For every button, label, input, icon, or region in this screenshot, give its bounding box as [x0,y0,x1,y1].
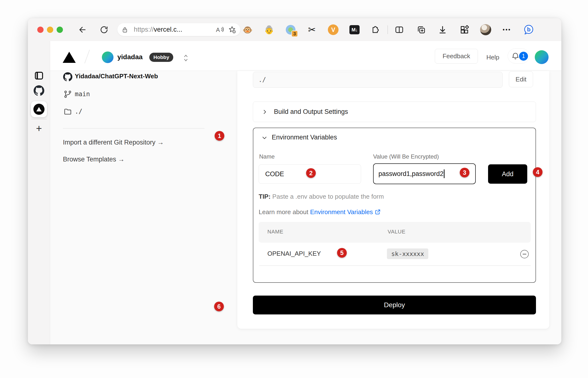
browse-templates-link[interactable]: Browse Templates → [63,156,125,163]
download-icon [438,25,447,35]
ellipsis-icon: ••• [502,27,511,32]
puzzle-icon [371,25,381,35]
feedback-button[interactable]: Feedback [435,49,478,64]
tip-text: TIP: Paste a .env above to populate the … [259,193,384,200]
import-different-repo-link[interactable]: Import a different Git Repository → [63,139,164,146]
environment-variables-title[interactable]: Environment Variables [272,134,337,141]
root-directory-text: ./ [258,76,266,83]
learn-prefix: Learn more about [259,208,310,216]
chevron-right-icon [262,109,268,115]
collections-add-icon [416,25,426,35]
remove-env-row-button[interactable] [520,250,529,258]
vercel-page: yidadaa Hobby Feedback Help 1 Yidadaa/Ch… [50,41,561,344]
url-host: vercel.c... [154,26,183,33]
env-row-name: OPENAI_API_KEY [267,250,321,257]
extension-tampermonkey-icon[interactable]: 🐵 [242,24,253,36]
scope-avatar[interactable] [102,52,114,63]
extensions-menu-button[interactable] [370,24,382,36]
extension-scissors-icon[interactable]: ✂ [306,24,318,36]
annotation-badge-3: 3 [460,168,469,177]
env-table-header-name: NAME [267,229,283,235]
toolbar-divider [387,25,388,34]
scope-name[interactable]: yidadaa [117,53,143,61]
profile-button[interactable] [480,24,491,36]
vercel-logo[interactable] [63,52,76,63]
edge-sidebar: + [28,41,50,344]
plus-icon: + [36,124,42,134]
left-panel-divider [63,128,204,129]
collections-button[interactable] [416,24,427,36]
add-button[interactable]: Add [488,164,527,184]
bell-icon [511,52,520,60]
annotation-badge-2: 2 [306,168,316,178]
help-link[interactable]: Help [486,54,499,61]
refresh-button[interactable] [99,24,109,35]
vercel-favicon [33,104,44,115]
extension-v-icon[interactable]: V [327,24,339,36]
add-favorite-icon[interactable] [228,25,236,34]
traffic-close-button[interactable] [37,27,43,33]
git-branch-icon [63,89,72,99]
scope-switcher-button[interactable] [183,53,189,64]
back-button[interactable] [77,24,87,35]
text-cursor [444,169,445,178]
bing-chat-button[interactable]: b [523,24,534,36]
settings-more-button[interactable]: ••• [501,24,513,36]
downloads-button[interactable] [437,24,448,36]
address-bar[interactable]: https://vercel.c... A [117,23,240,36]
split-screen-icon [394,25,404,35]
tip-bold: TIP: [259,193,271,200]
apps-launcher-button[interactable] [459,24,470,36]
profile-avatar [480,24,491,35]
screenshot-stage: https://vercel.c... A 🐵 👵 3 ✂ V [0,0,588,378]
url-text: https://vercel.c... [134,26,182,33]
concentric-circles-icon: 3 [285,24,296,35]
lock-icon [121,26,129,33]
branch-name: main [75,90,90,98]
sidebar-add-button[interactable]: + [34,123,44,134]
root-directory-input[interactable]: ./ [253,72,502,88]
monkey-icon: 🐵 [243,25,252,35]
browser-window: https://vercel.c... A 🐵 👵 3 ✂ V [28,18,561,344]
traffic-zoom-button[interactable] [57,27,63,33]
env-row-value-chip: sk-xxxxxx [387,248,428,259]
sidebar-panel-button[interactable] [34,70,44,81]
root-directory-value: ./ [75,108,82,115]
import-form-card: ./ Edit Build and Output Settings Enviro… [237,71,549,329]
environment-variables-link[interactable]: Environment Variables [310,208,373,216]
scissors-icon: ✂ [308,24,316,35]
traffic-minimize-button[interactable] [47,27,53,33]
plan-badge: Hobby [149,53,173,62]
breadcrumb-slash [85,50,90,63]
extension-markdown-icon[interactable]: M↓ [349,24,360,36]
chevron-down-icon[interactable] [262,135,267,141]
repo-github-icon [63,72,72,82]
annotation-badge-6: 6 [214,302,224,311]
user-avatar[interactable] [535,50,548,64]
build-output-settings-section[interactable]: Build and Output Settings [253,102,536,122]
sidebar-vercel-active-tab[interactable] [31,101,47,117]
env-table-header: NAME VALUE [259,222,531,243]
deploy-button[interactable]: Deploy [253,296,536,314]
notifications-button[interactable]: 1 [508,48,530,64]
bing-icon: b [523,24,534,36]
build-output-settings-label: Build and Output Settings [274,108,348,116]
svg-text:A: A [216,26,220,33]
folder-icon [63,107,72,117]
tab-count-badge: 3 [291,30,298,37]
annotation-badge-5: 5 [337,248,347,258]
sidebar-github-button[interactable] [34,85,44,96]
vercel-header: yidadaa Hobby Feedback Help 1 [50,41,561,71]
value-label: Value (Will Be Encrypted) [373,153,439,160]
name-label: Name [259,153,275,160]
v-logo-icon: V [328,24,339,35]
edit-button[interactable]: Edit [509,71,533,87]
extension-session-icon[interactable]: 3 [285,24,296,36]
env-name-text: CODE [265,170,284,178]
split-screen-button[interactable] [393,24,405,36]
external-link-icon [374,209,381,215]
extension-grandma-icon[interactable]: 👵 [263,24,275,36]
read-aloud-icon[interactable]: A [215,26,224,34]
markdown-download-icon: M↓ [349,25,359,34]
url-protocol: https:// [134,26,154,33]
